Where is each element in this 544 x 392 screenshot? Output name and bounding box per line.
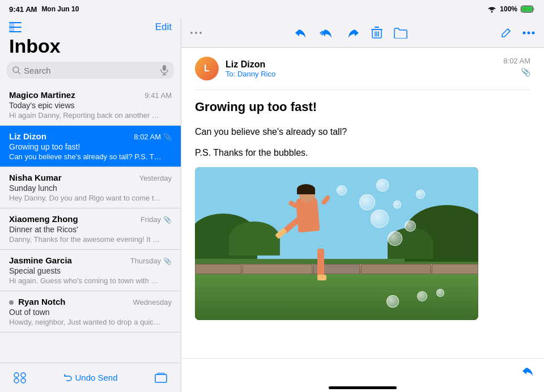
mail-sender: Jasmine Garcia [9, 255, 72, 265]
stone-wall [195, 264, 478, 274]
reply-all-button[interactable] [319, 27, 335, 39]
mail-item-nisha[interactable]: Nisha Kumar Yesterday Sunday lunch Hey D… [0, 167, 181, 208]
folder-button[interactable] [394, 27, 407, 39]
home-indicator [329, 386, 397, 389]
undo-send-label: Undo Send [75, 373, 117, 382]
mail-sender: Liz Dizon [9, 131, 46, 141]
mail-time: Thursday 📎 [130, 257, 172, 265]
inbox-title: Inbox [0, 35, 181, 62]
reply-button[interactable] [294, 27, 308, 39]
wifi-icon [487, 6, 496, 12]
toolbar-dots [190, 32, 202, 34]
svg-point-11 [14, 373, 19, 377]
compose-button[interactable] [500, 27, 512, 39]
mail-sender: Xiaomeng Zhong [9, 214, 78, 224]
sidebar-footer: Undo Send [0, 363, 181, 392]
svg-rect-4 [9, 27, 22, 28]
svg-rect-3 [9, 22, 22, 23]
status-bar: 9:41 AM Mon Jun 10 100% [0, 0, 544, 18]
more-button[interactable] [522, 31, 535, 35]
mail-sender: Magico Martinez [9, 90, 75, 100]
mail-preview: Hi again. Guess who's coming to town wit… [9, 276, 162, 285]
email-sender-info: L Liz Dizon To: Danny Rico [195, 57, 275, 80]
folder-icon [394, 27, 407, 39]
compose-icon [500, 27, 512, 39]
mail-subject: Today's epic views [9, 101, 172, 110]
forward-icon [346, 27, 360, 39]
mail-subject: Dinner at the Ricos' [9, 225, 172, 234]
forward-button[interactable] [346, 27, 360, 39]
email-divider [195, 90, 530, 90]
reply-all-icon [319, 27, 335, 39]
battery-status: 100% [500, 5, 517, 13]
photo-scene [195, 167, 478, 320]
mail-item-jasmine[interactable]: Jasmine Garcia Thursday 📎 Special guests… [0, 250, 181, 291]
mail-item-xiaomeng[interactable]: Xiaomeng Zhong Friday 📎 Dinner at the Ri… [0, 208, 181, 250]
attachment-icon: 📎 [163, 257, 172, 265]
email-view: L Liz Dizon To: Danny Rico 8:02 AM 📎 Gro… [181, 48, 544, 358]
filter-icon [14, 372, 26, 384]
trash-icon [371, 27, 382, 39]
collapse-sidebar-button[interactable] [9, 22, 22, 32]
sidebar-collapse-icon [9, 22, 22, 32]
svg-rect-1 [522, 7, 533, 12]
email-sender-name: Liz Dizon [226, 59, 275, 70]
email-attachment-indicator: 📎 [521, 67, 530, 76]
svg-point-13 [14, 378, 19, 383]
main-toolbar [181, 18, 544, 48]
unread-dot [9, 300, 14, 305]
email-to[interactable]: To: Danny Rico [226, 70, 275, 78]
svg-rect-8 [163, 65, 166, 71]
email-header: L Liz Dizon To: Danny Rico 8:02 AM 📎 [195, 57, 530, 80]
status-right: 100% [487, 5, 535, 13]
mail-subject: Out of town [9, 308, 172, 317]
search-input[interactable] [24, 66, 157, 75]
attachment-icon: 📎 [163, 216, 172, 224]
body-line2: P.S. Thanks for the bubbles. [195, 146, 530, 160]
mail-preview: Can you believe she's already so tall? P… [9, 152, 162, 161]
sidebar-header: Edit [0, 18, 181, 35]
mail-subject: Sunday lunch [9, 184, 172, 193]
mail-preview: Hi again Danny, Reporting back on anothe… [9, 111, 162, 120]
microphone-icon[interactable] [160, 65, 168, 75]
email-time: 8:02 AM [503, 57, 530, 65]
toolbar-actions [294, 27, 407, 39]
mail-item-ryan[interactable]: Ryan Notch Wednesday Out of town Howdy, … [0, 291, 181, 333]
battery-icon [521, 6, 535, 12]
reply-footer-button[interactable] [521, 365, 535, 377]
svg-point-26 [528, 31, 530, 34]
stack-button[interactable] [155, 372, 167, 384]
attachment-icon: 📎 [163, 133, 172, 141]
more-icon [522, 31, 535, 35]
mail-subject: Growing up too fast! [9, 142, 172, 151]
mail-time: 8:02 AM 📎 [134, 133, 172, 141]
mail-item-liz[interactable]: Liz Dizon 8:02 AM 📎 Growing up too fast!… [0, 126, 181, 167]
app-body: Edit Inbox Magico Martinez [0, 18, 544, 392]
mail-list: Magico Martinez 9:41 AM Today's epic vie… [0, 84, 181, 363]
svg-point-14 [21, 378, 26, 383]
undo-send-button[interactable]: Undo Send [63, 373, 117, 382]
status-time: 9:41 AM [9, 5, 37, 14]
undo-icon [63, 373, 72, 382]
svg-line-7 [18, 72, 20, 74]
body-line1: Can you believe she's already so tall? [195, 125, 530, 139]
search-icon [12, 66, 20, 74]
mail-subject: Special guests [9, 266, 172, 275]
svg-rect-17 [158, 372, 164, 373]
mail-item-magico[interactable]: Magico Martinez 9:41 AM Today's epic vie… [0, 84, 181, 126]
grass [195, 274, 478, 320]
email-subject: Growing up too fast! [195, 99, 530, 116]
edit-button[interactable]: Edit [155, 22, 172, 33]
svg-line-24 [508, 29, 510, 31]
svg-point-12 [21, 373, 26, 377]
search-bar [7, 62, 174, 79]
email-footer-bar [181, 358, 544, 383]
mail-sender: Ryan Notch [9, 297, 66, 306]
trash-button[interactable] [371, 27, 382, 39]
filter-button[interactable] [14, 372, 26, 384]
mail-time: Yesterday [139, 174, 172, 182]
svg-point-27 [532, 31, 535, 34]
reply-icon [294, 27, 308, 39]
svg-rect-15 [155, 374, 167, 382]
home-indicator-area [181, 383, 544, 392]
